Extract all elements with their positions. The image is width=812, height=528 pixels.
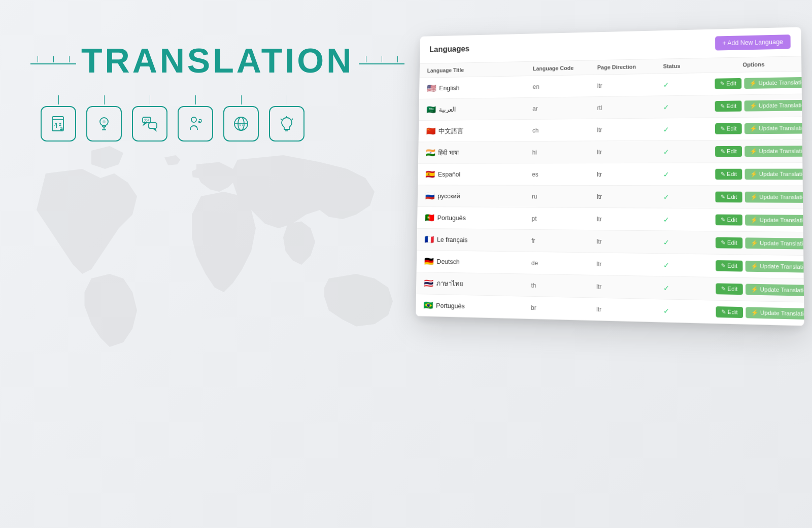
language-title-text: Le français — [437, 236, 468, 243]
edit-button[interactable]: ✎ Edit — [715, 78, 741, 89]
action-buttons: ✎ Edit ⚡ Update Translation 🗑 Delete — [716, 283, 804, 297]
globe-icon-container: 文A — [223, 95, 259, 142]
language-name: 🇮🇳 हिंदी भाषा — [426, 148, 532, 157]
update-translation-button[interactable]: ⚡ Update Translation — [745, 123, 804, 134]
update-translation-button[interactable]: ⚡ Update Translation — [745, 192, 804, 203]
action-buttons: ✎ Edit ⚡ Update Translation 🗑 Delete — [716, 260, 804, 273]
language-name: 🇨🇳 中文語言 — [426, 126, 532, 136]
edit-button[interactable]: ✎ Edit — [715, 100, 742, 112]
table-row: 🇨🇳 中文語言 ch ltr ✓ ✎ Edit ⚡ Update Transla… — [419, 117, 802, 143]
language-code-cell: th — [531, 281, 597, 290]
edit-button[interactable]: ✎ Edit — [716, 237, 742, 249]
person-icon-container — [178, 95, 213, 142]
update-translation-button[interactable]: ⚡ Update Translation — [746, 261, 804, 273]
language-direction-cell: ltr — [596, 305, 663, 314]
svg-text:文A: 文A — [144, 118, 149, 122]
svg-rect-11 — [149, 123, 157, 128]
lightbulb-icon-container — [269, 95, 304, 142]
language-name: 🇫🇷 Le français — [424, 235, 531, 245]
language-status-cell: ✓ — [663, 80, 715, 89]
edit-button[interactable]: ✎ Edit — [716, 283, 743, 295]
language-direction-cell: ltr — [597, 216, 663, 223]
left-section: TRANSLATION A Z — [30, 41, 310, 142]
language-flag: 🇮🇳 — [426, 148, 435, 157]
edit-button[interactable]: ✎ Edit — [715, 192, 742, 203]
language-flag: 🇹🇭 — [424, 278, 433, 288]
language-flag: 🇧🇷 — [423, 300, 433, 310]
language-direction-cell: ltr — [597, 193, 663, 200]
language-flag: 🇪🇸 — [425, 169, 435, 179]
language-title-text: Español — [438, 170, 461, 178]
language-status-cell: ✓ — [663, 261, 716, 270]
action-buttons: ✎ Edit ⚡ Update Translation 🗑 Delete — [715, 168, 804, 180]
update-translation-button[interactable]: ⚡ Update Translation — [745, 237, 804, 249]
right-dash — [359, 56, 404, 64]
language-name: 🇷🇺 русский — [425, 191, 532, 201]
update-translation-button[interactable]: ⚡ Update Translation — [746, 284, 804, 297]
language-title-text: Português — [436, 302, 465, 310]
language-flag: 🇩🇪 — [424, 257, 434, 266]
language-status-cell: ✓ — [663, 170, 716, 178]
edit-button[interactable]: ✎ Edit — [715, 169, 742, 180]
language-code-cell: de — [531, 259, 597, 267]
language-flag: 🇸🇦 — [426, 105, 436, 114]
svg-text:A: A — [54, 122, 57, 127]
language-title-text: русский — [437, 192, 460, 200]
language-flag: 🇫🇷 — [424, 235, 434, 244]
language-status-cell: ✓ — [663, 125, 715, 133]
edit-button[interactable]: ✎ Edit — [716, 260, 742, 272]
language-code-cell: fr — [531, 237, 596, 244]
language-name: 🇪🇸 Español — [425, 169, 532, 179]
language-code-cell: br — [531, 304, 596, 312]
globe-icon: 文A — [223, 106, 259, 142]
add-new-language-button[interactable]: + Add New Language — [715, 34, 791, 50]
dictionary-icon-container: A Z — [41, 95, 76, 142]
language-direction-cell: ltr — [596, 283, 663, 292]
col-language-title: Language Title — [427, 65, 533, 73]
language-flag: 🇵🇹 — [425, 213, 434, 223]
language-direction-cell: rtl — [597, 103, 663, 111]
table-row: 🇷🇺 русский ru ltr ✓ ✎ Edit ⚡ Update Tran… — [418, 185, 803, 209]
update-translation-button[interactable]: ⚡ Update Translation — [745, 215, 804, 226]
language-code-cell: ar — [532, 104, 597, 112]
language-title-text: ภาษาไทย — [436, 278, 464, 289]
language-title-text: Português — [437, 214, 466, 222]
edit-button[interactable]: ✎ Edit — [715, 146, 742, 157]
edit-button[interactable]: ✎ Edit — [716, 306, 743, 318]
update-translation-button[interactable]: ⚡ Update Translation — [744, 77, 804, 89]
language-code-cell: es — [532, 171, 597, 178]
action-buttons: ✎ Edit ⚡ Update Translation 🗑 Delete — [715, 192, 804, 203]
language-direction-cell: ltr — [597, 148, 663, 156]
language-name: 🇵🇹 Português — [425, 213, 532, 223]
language-status-cell: ✓ — [663, 193, 716, 201]
language-title-text: English — [439, 84, 459, 92]
update-translation-button[interactable]: ⚡ Update Translation — [746, 307, 804, 320]
edit-button[interactable]: ✎ Edit — [716, 215, 742, 226]
translate-chat-icon-container: 文A — [132, 95, 167, 142]
language-status-cell: ✓ — [663, 306, 716, 316]
icons-row: A Z — [30, 95, 310, 142]
action-buttons: ✎ Edit ⚡ Update Translation 🗑 Delete — [715, 76, 804, 89]
table-row: 🇵🇹 Português pt ltr ✓ ✎ Edit ⚡ Update Tr… — [417, 207, 803, 232]
update-translation-button[interactable]: ⚡ Update Translation — [745, 100, 804, 112]
edit-button[interactable]: ✎ Edit — [715, 123, 742, 134]
action-buttons: ✎ Edit ⚡ Update Translation 🗑 Delete — [715, 99, 804, 112]
language-name: 🇹🇭 ภาษาไทย — [424, 278, 531, 291]
language-title-text: हिंदी भाषा — [438, 149, 458, 157]
svg-text:Z: Z — [59, 122, 61, 127]
language-title-text: Deutsch — [436, 258, 459, 265]
language-direction-cell: ltr — [596, 260, 663, 268]
panel-title: Languages — [429, 45, 469, 54]
language-name: 🇩🇪 Deutsch — [424, 257, 531, 268]
language-title-text: 中文語言 — [438, 126, 463, 135]
update-translation-button[interactable]: ⚡ Update Translation — [745, 169, 804, 180]
table-row: 🇪🇸 Español es ltr ✓ ✎ Edit ⚡ Update Tran… — [418, 163, 802, 186]
language-code-cell: ch — [532, 126, 597, 134]
language-name: 🇺🇸 English — [427, 82, 533, 93]
main-title: TRANSLATION — [30, 41, 310, 80]
svg-line-21 — [281, 119, 282, 120]
language-direction-cell: ltr — [597, 81, 663, 89]
col-language-code: Language Code — [533, 64, 597, 72]
col-options: Options — [715, 61, 793, 68]
update-translation-button[interactable]: ⚡ Update Translation — [745, 146, 804, 157]
